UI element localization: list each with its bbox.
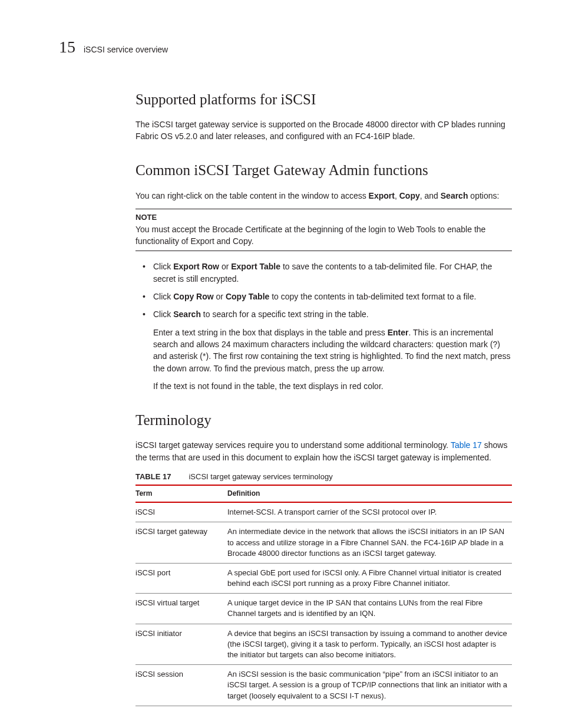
list-item: Click Export Row or Export Table to save… [135, 261, 512, 285]
cell-term: iSCSI target gateway [135, 522, 227, 564]
text: Click [153, 309, 173, 319]
table-row: iSCSI virtual target A unique target dev… [135, 594, 512, 624]
table-header-row: Term Definition [135, 485, 512, 502]
table-caption: TABLE 17iSCSI target gateway services te… [135, 472, 512, 483]
th-definition: Definition [227, 485, 512, 502]
text: iSCSI target gateway services require yo… [135, 440, 451, 450]
body-text: If the text is not found in the table, t… [135, 380, 512, 392]
table-link[interactable]: Table 17 [451, 440, 482, 450]
body-text: Enter a text string in the box that disp… [135, 327, 512, 374]
body-text: You can right-click on the table content… [135, 190, 512, 202]
text: Enter a text string in the box that disp… [153, 328, 388, 337]
cell-definition: A unique target device in the IP SAN tha… [227, 594, 512, 624]
bold-text: Enter [388, 328, 409, 337]
cell-definition: A device that begins an iSCSI transactio… [227, 624, 512, 665]
bold-text: Search [441, 191, 468, 200]
body-text: The iSCSI target gateway service is supp… [135, 118, 512, 143]
table-row: iSCSI port A special GbE port used for i… [135, 563, 512, 593]
bold-text: Copy Table [226, 292, 269, 301]
cell-term: iSCSI session [135, 665, 227, 706]
section-supported-platforms: Supported platforms for iSCSI The iSCSI … [135, 89, 512, 143]
page-header: 15 iSCSI service overview [59, 35, 512, 60]
cell-definition: A special GbE port used for iSCSI only. … [227, 563, 512, 593]
cell-term: iSCSI virtual target [135, 594, 227, 624]
cell-definition: An iSCSI session is the basic communicat… [227, 665, 512, 706]
table-row: iSCSI initiator A device that begins an … [135, 624, 512, 665]
body-text: iSCSI target gateway services require yo… [135, 439, 512, 463]
note-label: NOTE [135, 212, 512, 223]
section-common-functions: Common iSCSI Target Gateway Admin functi… [135, 160, 512, 392]
running-title: iSCSI service overview [84, 44, 168, 55]
bold-text: Copy [399, 191, 420, 200]
text: , and [420, 191, 441, 200]
terminology-table: Term Definition iSCSI Internet-SCSI. A t… [135, 485, 512, 706]
text: Click [153, 262, 173, 271]
cell-definition: An intermediate device in the network th… [227, 522, 512, 564]
bold-text: Export Table [231, 262, 280, 271]
section-terminology: Terminology iSCSI target gateway service… [135, 410, 512, 706]
bold-text: Export Row [173, 262, 219, 271]
heading-terminology: Terminology [135, 410, 512, 431]
table-row: iSCSI session An iSCSI session is the ba… [135, 665, 512, 706]
list-item: Click Copy Row or Copy Table to copy the… [135, 291, 512, 302]
table-row: iSCSI Internet-SCSI. A transport carrier… [135, 502, 512, 522]
text: to search for a specific text string in … [201, 309, 369, 319]
main-content: Supported platforms for iSCSI The iSCSI … [135, 89, 512, 706]
bold-text: Export [369, 191, 395, 200]
text: to copy the contents in tab-delimited te… [269, 292, 476, 301]
note-block: NOTE You must accept the Brocade Certifi… [135, 209, 512, 251]
th-term: Term [135, 485, 227, 502]
heading-supported-platforms: Supported platforms for iSCSI [135, 89, 512, 110]
list-item: Click Search to search for a specific te… [135, 308, 512, 320]
text: options: [468, 191, 499, 200]
page-number: 15 [59, 35, 75, 60]
cell-term: iSCSI initiator [135, 624, 227, 665]
text: Click [153, 292, 173, 301]
cell-term: iSCSI [135, 502, 227, 522]
bold-text: Search [173, 309, 201, 319]
note-body: You must accept the Brocade Certificate … [135, 223, 512, 248]
cell-term: iSCSI port [135, 563, 227, 593]
text: , [395, 191, 399, 200]
bullet-list: Click Export Row or Export Table to save… [135, 261, 512, 320]
cell-definition: Internet-SCSI. A transport carrier of th… [227, 502, 512, 522]
text: You can right-click on the table content… [135, 191, 369, 200]
text: or [214, 292, 226, 301]
bold-text: Copy Row [173, 292, 213, 301]
table-label: TABLE 17 [135, 472, 171, 481]
text: or [219, 262, 231, 271]
heading-common-functions: Common iSCSI Target Gateway Admin functi… [135, 160, 512, 181]
table-caption-text: iSCSI target gateway services terminolog… [189, 472, 332, 481]
table-row: iSCSI target gateway An intermediate dev… [135, 522, 512, 564]
